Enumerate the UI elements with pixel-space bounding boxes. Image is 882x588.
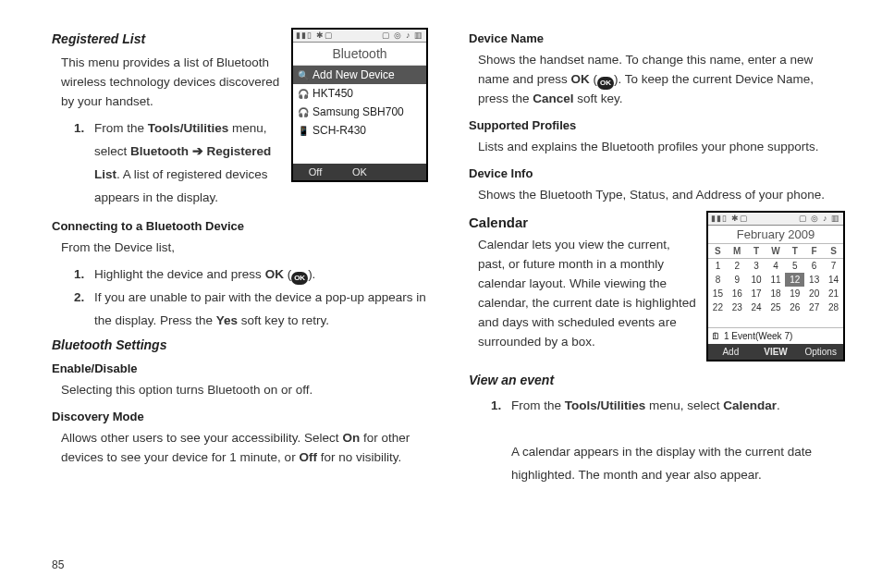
text: Tools/Utilities: [148, 121, 229, 135]
text: OK: [265, 267, 284, 281]
cal-day: 16: [728, 287, 747, 300]
text: for no visibility.: [317, 450, 401, 464]
cal-day: 26: [785, 300, 804, 314]
cal-day: 22: [708, 300, 728, 314]
signal-icon: ▮▮▯ ✱▢: [711, 214, 749, 224]
cal-day: 18: [766, 287, 786, 300]
dow: S: [708, 244, 728, 259]
cal-day: 8: [708, 273, 728, 287]
text: Cancel: [533, 92, 573, 105]
battery-icon: ▢ ◎ ♪ ▥: [382, 31, 423, 41]
cal-day: 1: [708, 258, 728, 273]
text: Allows other users to see your accessibi…: [61, 431, 342, 445]
cal-day: 7: [824, 258, 843, 273]
calendar-icon: 🗓: [711, 331, 720, 341]
text: soft key to retry.: [238, 313, 329, 327]
cal-day: 10: [747, 273, 766, 287]
signal-icon: ▮▮▯ ✱▢: [296, 31, 334, 41]
bt-add-new-device: 🔍 Add New Device: [293, 66, 426, 84]
softkey-center: VIEW: [753, 344, 799, 360]
discovery-heading: Discovery Mode: [52, 410, 428, 423]
cal-day: 6: [804, 258, 824, 273]
cal-day: 4: [766, 258, 786, 273]
text: menu, select: [645, 398, 723, 412]
profiles-heading: Supported Profiles: [469, 118, 845, 132]
cal-event-text: 1 Event(Week 7): [724, 331, 792, 341]
dow: T: [747, 244, 766, 259]
search-icon: 🔍: [298, 69, 309, 80]
discovery-body: Allows other users to see your accessibi…: [61, 429, 428, 468]
step-number: 1.: [491, 395, 501, 418]
text: ).: [308, 267, 315, 281]
cal-day: 27: [804, 300, 824, 314]
text: . A list of registered devices appears i…: [94, 167, 268, 204]
connecting-step-2: 2. If you are unable to pair with the de…: [74, 287, 428, 333]
cal-day: 9: [728, 273, 747, 287]
cal-day: 13: [804, 273, 824, 287]
ok-icon: OK: [291, 272, 308, 285]
bt-add-label: Add New Device: [312, 68, 395, 81]
device-info-body: Shows the Bluetooth Type, Status, and Ad…: [478, 186, 845, 205]
cal-day: 25: [766, 300, 786, 314]
cal-day: 14: [824, 273, 843, 287]
cal-day: 15: [708, 287, 728, 300]
bt-device-0: HKT450: [312, 87, 353, 100]
device-name-heading: Device Name: [469, 31, 845, 45]
cal-day: 3: [747, 258, 766, 273]
page-number: 85: [52, 558, 64, 571]
enable-body: Selecting this option turns Bluetooth on…: [61, 381, 428, 400]
ok-icon: OK: [597, 77, 614, 90]
bt-title: Bluetooth: [293, 43, 426, 66]
text: A calendar appears in the display with t…: [511, 445, 812, 482]
headset-icon: 🎧: [298, 106, 309, 117]
cal-day: 23: [728, 300, 747, 314]
cal-title: February 2009: [708, 226, 843, 244]
connecting-step-1: 1. Highlight the device and press OK (OK…: [74, 263, 428, 287]
step-number: 1.: [74, 117, 84, 141]
calendar-phone-screenshot: ▮▮▯ ✱▢ ▢ ◎ ♪ ▥ February 2009 S M T W T F…: [706, 211, 845, 361]
bt-device-row: 🎧 HKT450: [293, 84, 426, 103]
text: (: [590, 72, 597, 86]
dow: F: [804, 244, 824, 259]
bt-settings-heading: Bluetooth Settings: [52, 337, 428, 352]
text: Bluetooth: [130, 144, 189, 158]
cal-day: 24: [747, 300, 766, 314]
arrow-icon: ➔: [189, 144, 207, 158]
enable-heading: Enable/Disable: [52, 361, 428, 375]
registered-list-step-1: 1. From the Tools/Utilities menu, select…: [74, 117, 428, 210]
text: soft key.: [574, 92, 623, 105]
text: From the: [511, 398, 565, 412]
step-number: 2.: [74, 287, 84, 310]
text: .: [777, 398, 780, 412]
calendar-grid: S M T W T F S 1234567 891011121314 15161…: [708, 244, 843, 314]
phone-statusbar: ▮▮▯ ✱▢ ▢ ◎ ♪ ▥: [293, 30, 426, 43]
device-name-body: Shows the handset name. To change this n…: [478, 51, 845, 109]
connecting-heading: Connecting to a Bluetooth Device: [52, 219, 428, 233]
text: On: [342, 431, 360, 445]
device-info-heading: Device Info: [469, 166, 845, 180]
cal-softkeys: Add VIEW Options: [708, 344, 843, 360]
cal-day: 19: [785, 287, 804, 300]
text: Calendar: [723, 398, 777, 412]
cal-day: 21: [824, 287, 843, 300]
view-event-step-1: 1. From the Tools/Utilities menu, select…: [491, 395, 845, 487]
phone-statusbar: ▮▮▯ ✱▢ ▢ ◎ ♪ ▥: [708, 213, 843, 226]
dow: W: [766, 244, 786, 259]
text: OK: [571, 72, 590, 86]
cal-day: 20: [804, 287, 824, 300]
dow: T: [785, 244, 804, 259]
profiles-body: Lists and explains the Bluetooth profile…: [478, 138, 845, 157]
battery-icon: ▢ ◎ ♪ ▥: [799, 214, 840, 224]
dow: M: [728, 244, 747, 259]
text: Highlight the device and press: [94, 267, 265, 281]
cal-day: 5: [785, 258, 804, 273]
connecting-intro: From the Device list,: [61, 239, 428, 258]
headset-icon: 🎧: [298, 88, 309, 99]
cal-day: 2: [728, 258, 747, 273]
text: Off: [299, 450, 317, 464]
cal-day: 11: [766, 273, 786, 287]
softkey-left: Add: [708, 344, 753, 360]
text: Tools/Utilities: [565, 398, 646, 412]
step-number: 1.: [74, 263, 84, 287]
cal-day: 28: [824, 300, 843, 314]
